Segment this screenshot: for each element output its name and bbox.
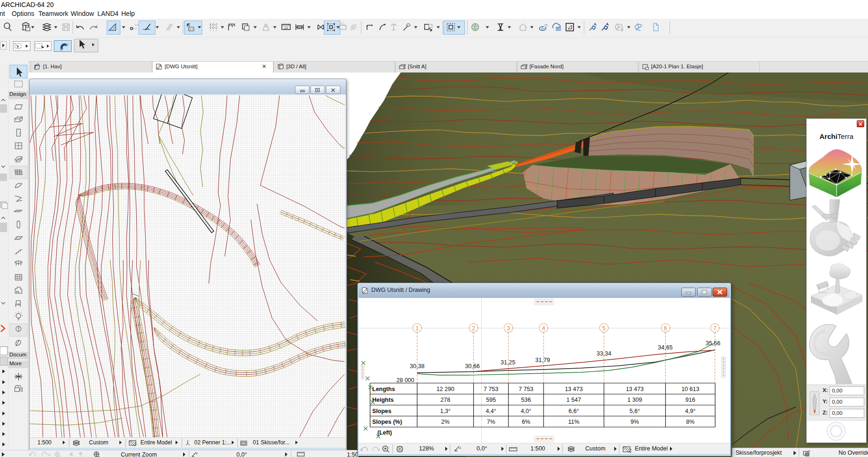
svg-text:5,6°: 5,6° [630, 408, 640, 414]
svg-text:595: 595 [486, 397, 496, 403]
svg-text:7: 7 [714, 325, 717, 332]
svg-text:4,9°: 4,9° [685, 408, 695, 414]
svg-text:28 000: 28 000 [397, 377, 414, 384]
svg-text:2%: 2% [441, 419, 449, 425]
svg-text:7%: 7% [487, 419, 495, 425]
svg-text:33,34: 33,34 [596, 350, 611, 357]
svg-text:916: 916 [685, 397, 695, 403]
svg-text:11%: 11% [568, 419, 579, 425]
svg-text:1 547: 1 547 [566, 397, 581, 403]
svg-text:8%: 8% [686, 419, 694, 425]
svg-text:1 309: 1 309 [627, 397, 642, 403]
svg-text:Lengths: Lengths [372, 386, 395, 392]
svg-text:4,0°: 4,0° [521, 408, 531, 414]
svg-text:12 290: 12 290 [436, 386, 454, 392]
svg-text:536: 536 [521, 397, 531, 403]
svg-text:9%: 9% [631, 419, 639, 425]
svg-text:6: 6 [664, 325, 667, 332]
svg-text:Slopes: Slopes [372, 408, 391, 414]
svg-text:10 613: 10 613 [681, 386, 699, 392]
svg-text:30,66: 30,66 [465, 363, 479, 370]
svg-text:4: 4 [542, 325, 545, 332]
svg-text:31,25: 31,25 [500, 359, 515, 366]
svg-text:3: 3 [507, 325, 510, 332]
svg-text:Slopes (%): Slopes (%) [372, 419, 402, 425]
svg-text:4,4°: 4,4° [486, 408, 496, 414]
svg-text:31,79: 31,79 [535, 357, 550, 363]
svg-text:6,6°: 6,6° [568, 408, 579, 414]
svg-text:2: 2 [472, 325, 475, 332]
svg-text:Heights: Heights [372, 397, 394, 403]
svg-text:13 473: 13 473 [565, 386, 582, 392]
svg-text:7 753: 7 753 [484, 386, 498, 392]
svg-text:13 473: 13 473 [626, 386, 644, 392]
svg-text:278: 278 [441, 397, 450, 403]
svg-text:5: 5 [603, 325, 606, 332]
svg-text:7 753: 7 753 [519, 386, 533, 392]
svg-text:35,56: 35,56 [706, 340, 720, 347]
svg-text:1: 1 [416, 325, 419, 332]
svg-text:6%: 6% [522, 419, 530, 425]
svg-text:34,65: 34,65 [658, 344, 672, 351]
svg-text:1,3°: 1,3° [440, 408, 450, 414]
svg-text:30,38: 30,38 [410, 363, 424, 370]
